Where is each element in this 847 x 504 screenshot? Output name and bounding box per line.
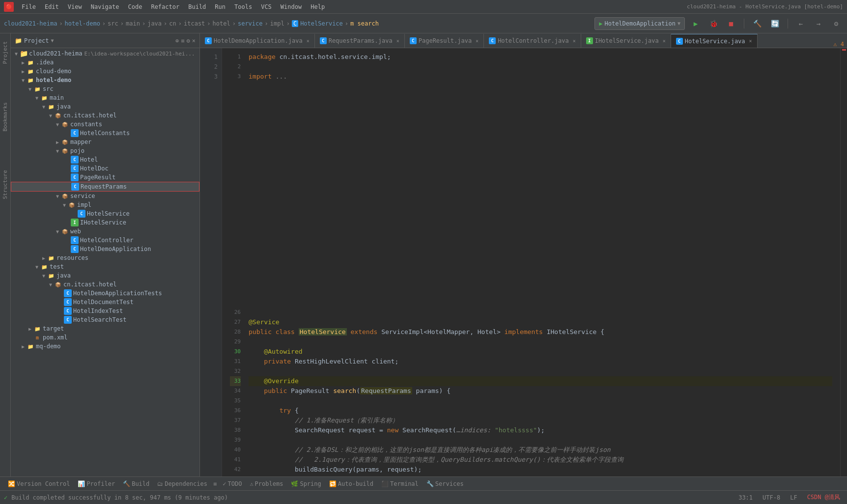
reload-button[interactable]: 🔄 <box>768 17 782 30</box>
tree-item-cloud-demo[interactable]: ▶ 📁 cloud-demo <box>11 67 199 76</box>
tree-item-src[interactable]: ▼ 📁 src <box>11 84 199 93</box>
breadcrumb-java[interactable]: java <box>147 20 162 27</box>
menu-tools[interactable]: Tools <box>230 2 256 11</box>
tab-hoteldemoapplication[interactable]: C HotelDemoApplication.java × <box>200 34 315 48</box>
bottom-tab-todo[interactable]: ✓ TODO <box>219 478 246 490</box>
breadcrumb-cn[interactable]: cn <box>169 20 176 27</box>
menu-help[interactable]: Help <box>307 2 329 11</box>
locate-icon[interactable]: ⊕ <box>175 37 179 44</box>
menu-run[interactable]: Run <box>211 2 229 11</box>
tree-item-hotelsearchtest[interactable]: C HotelSearchTest <box>11 315 199 324</box>
menu-build[interactable]: Build <box>184 2 210 11</box>
line-col-indicator[interactable]: 33:1 <box>735 494 756 501</box>
menu-vcs[interactable]: VCS <box>257 2 276 11</box>
run-config-dropdown[interactable]: ▶ HotelDemoApplication ▼ <box>594 17 685 30</box>
breadcrumb-hotelservice[interactable]: C <box>292 20 298 27</box>
tab-hotelservice[interactable]: C HotelService.java × <box>671 34 758 48</box>
tree-item-test[interactable]: ▼ 📁 test <box>11 262 199 271</box>
bottom-tab-autobuild[interactable]: 🔁 Auto-build <box>325 478 377 490</box>
tree-item-hoteldemoapplication[interactable]: C HotelDemoApplication <box>11 245 199 253</box>
back-button[interactable]: ← <box>794 17 808 30</box>
breadcrumb-service[interactable]: service <box>238 20 263 27</box>
stop-button[interactable]: ■ <box>724 17 738 30</box>
bottom-tab-dependencies[interactable]: 🗂 Dependencies <box>153 478 211 490</box>
menu-code[interactable]: Code <box>124 2 146 11</box>
tab-requestparams[interactable]: C RequestParams.java × <box>315 34 405 48</box>
tree-item-hotelconstants[interactable]: C HotelConstants <box>11 129 199 138</box>
menu-view[interactable]: View <box>64 2 86 11</box>
breadcrumb-hotelservice-label[interactable]: HotelService <box>300 20 343 27</box>
forward-button[interactable]: → <box>812 17 825 30</box>
tree-item-hotel-class[interactable]: C Hotel <box>11 155 199 164</box>
tree-item-requestparams[interactable]: C RequestParams <box>11 182 199 192</box>
breadcrumb-impl[interactable]: impl <box>270 20 284 27</box>
tree-item-constants[interactable]: ▼ 📦 constants <box>11 120 199 129</box>
bottom-tab-versioncontrol[interactable]: 🔀 Version Control <box>4 478 74 490</box>
tree-item-pojo[interactable]: ▼ 📦 pojo <box>11 146 199 155</box>
tab-close[interactable]: × <box>749 38 752 44</box>
tree-item-hoteldocumenttest[interactable]: C HotelDocumentTest <box>11 298 199 307</box>
tree-item-mq-demo[interactable]: ▶ 📁 mq-demo <box>11 342 199 351</box>
tree-item-hotelservice[interactable]: C HotelService <box>11 209 199 218</box>
bottom-tab-spring[interactable]: 🌿 Spring <box>287 478 325 490</box>
sidebar-hide-icon[interactable]: × <box>192 37 196 44</box>
menu-navigate[interactable]: Navigate <box>87 2 123 11</box>
lf-indicator[interactable]: LF <box>787 494 800 501</box>
tree-item-package-test[interactable]: ▼ 📦 cn.itcast.hotel <box>11 280 199 289</box>
tab-close[interactable]: × <box>573 38 576 44</box>
tree-item-ihotelservice[interactable]: I IHotelService <box>11 218 199 227</box>
structure-tab[interactable]: Structure <box>1 166 9 203</box>
tree-item-pageresult[interactable]: C PageResult <box>11 173 199 182</box>
run-button[interactable]: ▶ <box>689 17 703 30</box>
code-content[interactable]: 1 2 3 26 27 28 29 30 31 32 33 34 35 <box>222 48 840 476</box>
tab-hotelcontroller[interactable]: C HotelController.java × <box>484 34 581 48</box>
bottom-tab-services[interactable]: 🔧 Services <box>423 478 468 490</box>
menu-file[interactable]: File <box>18 2 40 11</box>
tree-item-hoteldemoapplicationtests[interactable]: C HotelDemoApplicationTests <box>11 289 199 298</box>
tree-item-target[interactable]: ▶ 📁 target <box>11 324 199 333</box>
tab-ihotelservice[interactable]: I IHotelService.java × <box>581 34 671 48</box>
tree-item-pomxml[interactable]: m pom.xml <box>11 333 199 342</box>
collapse-all-icon[interactable]: ≡ <box>181 37 184 44</box>
breadcrumb-main[interactable]: main <box>126 20 140 27</box>
breadcrumb-src[interactable]: src <box>108 20 118 27</box>
menu-refactor[interactable]: Refactor <box>147 2 183 11</box>
debug-button[interactable]: 🐞 <box>706 17 720 30</box>
tree-item-main[interactable]: ▼ 📁 main <box>11 93 199 102</box>
tree-item-java-test[interactable]: ▼ 📁 java <box>11 271 199 280</box>
bottom-tab-build[interactable]: 🔨 Build <box>119 478 153 490</box>
tree-item-package[interactable]: ▼ 📦 cn.itcast.hotel <box>11 111 199 120</box>
sidebar-settings-icon[interactable]: ⚙ <box>187 37 190 44</box>
tree-item-cloud2021[interactable]: ▼ 📁 cloud2021-heima E:\idea-workspace\cl… <box>11 49 199 58</box>
tree-item-hotelcontroller[interactable]: C HotelController <box>11 236 199 245</box>
tree-item-mapper[interactable]: ▶ 📦 mapper <box>11 138 199 146</box>
breadcrumb-hotel-demo[interactable]: hotel-demo <box>65 20 100 27</box>
tree-item-hotelindextest[interactable]: C HotelIndexTest <box>11 307 199 315</box>
tree-item-java[interactable]: ▼ 📁 java <box>11 102 199 111</box>
tree-item-hotel-demo[interactable]: ▼ 📁 hotel-demo <box>11 76 199 84</box>
breadcrumb-root[interactable]: cloud2021-heima <box>4 20 57 27</box>
encoding-indicator[interactable]: UTF-8 <box>760 494 783 501</box>
tree-item-idea[interactable]: ▶ 📁 .idea <box>11 58 199 67</box>
tab-close[interactable]: × <box>307 38 310 44</box>
breadcrumb-hotel[interactable]: hotel <box>213 20 230 27</box>
tab-close[interactable]: × <box>663 38 666 44</box>
tree-item-impl[interactable]: ▼ 📦 impl <box>11 200 199 209</box>
menu-edit[interactable]: Edit <box>41 2 63 11</box>
tree-item-service[interactable]: ▼ 📦 service <box>11 192 199 200</box>
tree-item-resources[interactable]: ▶ 📁 resources <box>11 253 199 262</box>
tab-close[interactable]: × <box>476 38 479 44</box>
breadcrumb-itcast[interactable]: itcast <box>184 20 205 27</box>
breadcrumb-search[interactable]: m search <box>350 20 379 27</box>
bookmarks-tab[interactable]: Bookmarks <box>1 98 9 136</box>
project-tab[interactable]: Project <box>1 37 9 68</box>
bottom-tab-profiler[interactable]: 📊 Profiler <box>74 478 119 490</box>
tree-item-hoteldoc[interactable]: C HotelDoc <box>11 164 199 173</box>
tree-item-web[interactable]: ▼ 📦 web <box>11 227 199 236</box>
build-button[interactable]: 🔨 <box>750 17 764 30</box>
tab-pageresult[interactable]: C PageResult.java × <box>405 34 484 48</box>
settings-button[interactable]: ⚙ <box>829 17 843 30</box>
bottom-tab-problems[interactable]: ⚠ Problems <box>246 478 287 490</box>
menu-window[interactable]: Window <box>277 2 306 11</box>
tab-close[interactable]: × <box>396 38 399 44</box>
